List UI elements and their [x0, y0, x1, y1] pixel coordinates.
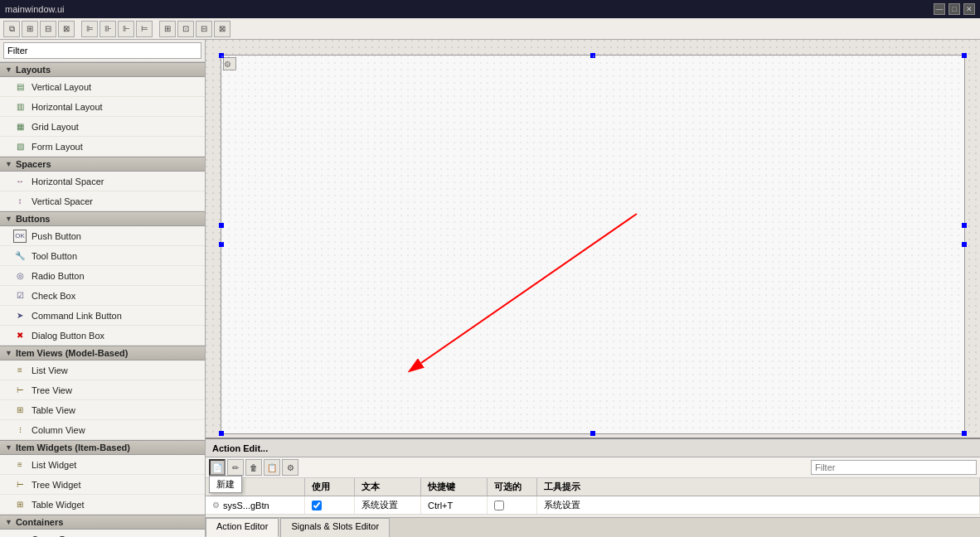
widget-item-push-button[interactable]: OK Push Button [0, 226, 205, 246]
col-text: 文本 [355, 478, 421, 496]
toolbar-btn-4[interactable]: ⊠ [58, 21, 75, 37]
grid-layout-label: Grid Layout [32, 122, 79, 132]
action-filter-input[interactable] [811, 460, 977, 475]
filter-input[interactable] [3, 42, 201, 59]
check-box-icon: ☑ [13, 289, 27, 302]
toolbar-btn-6[interactable]: ⊪ [99, 21, 116, 37]
col-tooltip: 工具提示 [537, 478, 980, 496]
table-header: 名称 使用 文本 快捷键 可选的 工具提示 [206, 478, 980, 496]
category-buttons[interactable]: ▼ Buttons [0, 211, 205, 226]
widget-panel: ▼ Layouts ▤ Vertical Layout ▥ Horizontal… [0, 40, 206, 537]
action-toolbar: 📄 新建 ✏ 🗑 📋 ⚙ [206, 457, 980, 478]
maximize-button[interactable]: □ [948, 3, 960, 15]
item-views-label: Item Views (Model-Based) [16, 348, 129, 358]
widget-item-group-box[interactable]: ▭ Group Box [0, 530, 205, 537]
new-action-button[interactable]: 📄 [209, 459, 226, 476]
action-table: 名称 使用 文本 快捷键 可选的 工具提示 ⚙ sysS...gBtn [206, 478, 980, 517]
tool-button-icon: 🔧 [13, 249, 27, 263]
widget-item-table-widget[interactable]: ⊞ Table Widget [0, 495, 205, 515]
toolbar-btn-8[interactable]: ⊨ [136, 21, 153, 37]
widget-item-grid-layout[interactable]: ▦ Grid Layout [0, 117, 205, 137]
tab-action-editor[interactable]: Action Editor [206, 518, 279, 537]
widget-item-tree-widget[interactable]: ⊢ Tree Widget [0, 475, 205, 495]
new-button-container: 📄 新建 [209, 459, 226, 476]
form-window: ⚙ [221, 55, 965, 434]
copy-action-button[interactable]: 📋 [264, 459, 280, 476]
row-name: sysS...gBtn [223, 501, 269, 510]
form-dots [221, 56, 964, 433]
design-canvas[interactable]: ⚙ [206, 40, 980, 537]
category-item-views[interactable]: ▼ Item Views (Model-Based) [0, 346, 205, 360]
widget-item-check-box[interactable]: ☑ Check Box [0, 286, 205, 306]
category-layouts[interactable]: ▼ Layouts [0, 62, 205, 77]
toolbar-btn-3[interactable]: ⊟ [40, 21, 56, 37]
toolbar-btn-10[interactable]: ⊡ [177, 21, 194, 37]
new-button-popup[interactable]: 新建 [209, 476, 242, 493]
command-link-icon: ➤ [13, 309, 27, 322]
edit-action-button[interactable]: ✏ [227, 459, 244, 476]
grid-layout-icon: ▦ [13, 120, 27, 133]
table-widget-icon: ⊞ [13, 498, 27, 511]
item-views-arrow: ▼ [5, 349, 12, 357]
toolbar-btn-1[interactable]: ⧉ [3, 21, 20, 37]
cell-name: ⚙ sysS...gBtn [206, 496, 305, 514]
selectable-checkbox[interactable] [494, 501, 504, 510]
title-text: mainwindow.ui [5, 4, 927, 14]
check-box-label: Check Box [32, 291, 75, 301]
horizontal-spacer-icon: ↔ [13, 175, 27, 188]
widget-item-command-link-button[interactable]: ➤ Command Link Button [0, 306, 205, 326]
horizontal-layout-icon: ▥ [13, 100, 27, 114]
category-containers[interactable]: ▼ Containers [0, 515, 205, 530]
toolbar-btn-12[interactable]: ⊠ [214, 21, 230, 37]
widget-item-column-view[interactable]: ⫶ Column View [0, 420, 205, 440]
cell-selectable [488, 496, 537, 514]
item-widgets-arrow: ▼ [5, 443, 12, 452]
widget-item-dialog-button-box[interactable]: ✖ Dialog Button Box [0, 326, 205, 346]
category-spacers[interactable]: ▼ Spacers [0, 157, 205, 172]
widget-list: ▼ Layouts ▤ Vertical Layout ▥ Horizontal… [0, 62, 205, 537]
widget-item-radio-button[interactable]: ◎ Radio Button [0, 266, 205, 286]
form-layout-icon: ▧ [13, 140, 27, 153]
containers-arrow: ▼ [5, 518, 12, 526]
widget-item-list-view[interactable]: ≡ List View [0, 360, 205, 380]
filter-bar [0, 40, 205, 62]
vertical-layout-icon: ▤ [13, 80, 27, 94]
toolbar-btn-11[interactable]: ⊟ [196, 21, 212, 37]
settings-action-button[interactable]: ⚙ [282, 459, 298, 476]
table-widget-label: Table Widget [32, 500, 85, 510]
horizontal-layout-label: Horizontal Layout [32, 102, 103, 112]
delete-action-button[interactable]: 🗑 [245, 459, 262, 476]
toolbar-btn-2[interactable]: ⊞ [22, 21, 38, 37]
widget-item-tree-view[interactable]: ⊢ Tree View [0, 380, 205, 400]
widget-item-list-widget[interactable]: ≡ List Widget [0, 455, 205, 475]
minimize-button[interactable]: — [934, 3, 945, 15]
widget-item-table-view[interactable]: ⊞ Table View [0, 400, 205, 420]
group-box-label: Group Box [32, 535, 75, 538]
spacers-label: Spacers [16, 159, 51, 169]
push-button-icon: OK [13, 230, 27, 243]
widget-item-form-layout[interactable]: ▧ Form Layout [0, 137, 205, 157]
item-widgets-label: Item Widgets (Item-Based) [16, 443, 130, 452]
list-widget-icon: ≡ [13, 458, 27, 472]
tree-widget-label: Tree Widget [32, 480, 81, 490]
tool-button-label: Tool Button [32, 251, 77, 261]
tab-signals-slots[interactable]: Signals & Slots Editor [280, 518, 390, 537]
layouts-label: Layouts [16, 65, 51, 75]
canvas-background: ⚙ [206, 40, 980, 438]
category-item-widgets[interactable]: ▼ Item Widgets (Item-Based) [0, 440, 205, 455]
vertical-spacer-icon: ↕ [13, 195, 27, 208]
widget-item-vertical-spacer[interactable]: ↕ Vertical Spacer [0, 191, 205, 211]
widget-item-horizontal-layout[interactable]: ▥ Horizontal Layout [0, 97, 205, 117]
widget-item-horizontal-spacer[interactable]: ↔ Horizontal Spacer [0, 172, 205, 191]
toolbar-btn-9[interactable]: ⊞ [159, 21, 176, 37]
close-button[interactable]: ✕ [963, 3, 975, 15]
column-view-label: Column View [32, 425, 85, 435]
use-checkbox[interactable] [312, 501, 322, 510]
widget-item-vertical-layout[interactable]: ▤ Vertical Layout [0, 77, 205, 97]
toolbar-btn-7[interactable]: ⊩ [118, 21, 134, 37]
tree-view-label: Tree View [32, 385, 72, 395]
widget-item-tool-button[interactable]: 🔧 Tool Button [0, 246, 205, 266]
spacers-arrow: ▼ [5, 160, 12, 168]
toolbar-btn-5[interactable]: ⊫ [81, 21, 98, 37]
layouts-arrow: ▼ [5, 65, 12, 74]
